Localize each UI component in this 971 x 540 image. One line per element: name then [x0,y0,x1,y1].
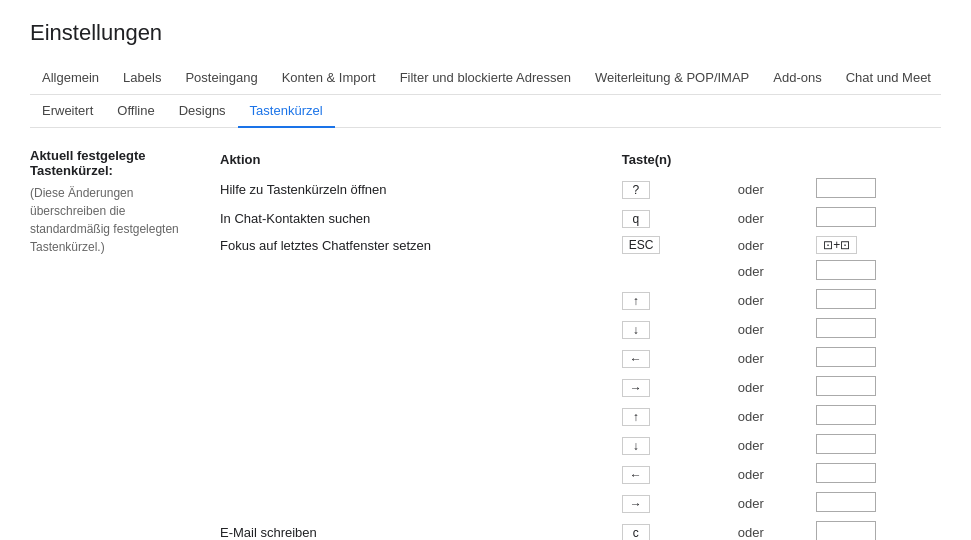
key-box-extra: ⊡+⊡ [816,236,857,254]
subtab-designs[interactable]: Designs [167,95,238,128]
or-cell: oder [732,286,816,315]
or-cell: oder [732,344,816,373]
table-row: ↓ oder [220,431,941,460]
or-cell: oder [732,233,816,257]
key-cell [622,257,732,286]
main-nav: Allgemein Labels Posteingang Konten & Im… [30,62,941,95]
or-cell: oder [732,315,816,344]
key-box: ← [622,466,650,484]
action-cell: Fokus auf letztes Chatfenster setzen [220,233,622,257]
input-cell [816,373,941,402]
shortcut-input[interactable] [816,178,876,198]
table-row: ↑ oder [220,402,941,431]
or-label: oder [732,264,770,279]
tab-weiterleitung[interactable]: Weiterleitung & POP/IMAP [583,62,761,95]
input-cell [816,518,941,540]
page-title: Einstellungen [30,20,941,46]
content-area: Aktuell festgelegte Tastenkürzel: (Diese… [30,148,941,540]
shortcut-input[interactable] [816,260,876,280]
extra-key-cell: ⊡+⊡ [816,233,941,257]
table-row: ← oder [220,344,941,373]
shortcut-input[interactable] [816,376,876,396]
or-cell: oder [732,257,816,286]
shortcut-input[interactable] [816,289,876,309]
key-cell: → [622,489,732,518]
or-cell: oder [732,175,816,204]
input-cell [816,489,941,518]
action-cell: E-Mail schreiben [220,518,622,540]
key-box: ↓ [622,437,650,455]
shortcut-input[interactable] [816,492,876,512]
or-label: oder [732,409,770,424]
input-cell [816,286,941,315]
shortcut-input[interactable] [816,207,876,227]
table-row: oder [220,257,941,286]
shortcut-input[interactable] [816,463,876,483]
table-row: Fokus auf letztes Chatfenster setzen ESC… [220,233,941,257]
key-cell: ↓ [622,431,732,460]
shortcut-input[interactable] [816,318,876,338]
action-cell [220,431,622,460]
or-cell: oder [732,489,816,518]
table-row: → oder [220,489,941,518]
shortcut-input[interactable] [816,434,876,454]
shortcut-input[interactable] [816,405,876,425]
action-cell [220,373,622,402]
action-cell [220,489,622,518]
tab-filter[interactable]: Filter und blockierte Adressen [388,62,583,95]
table-row: E-Mail schreiben c oder [220,518,941,540]
action-cell: Hilfe zu Tastenkürzeln öffnen [220,175,622,204]
sub-nav: Erweitert Offline Designs Tastenkürzel [30,95,941,128]
header-action: Aktion [220,148,622,175]
tab-allgemein[interactable]: Allgemein [30,62,111,95]
key-cell: ↓ [622,315,732,344]
key-cell: ESC [622,233,732,257]
or-label: oder [732,525,770,540]
tab-chat[interactable]: Chat und Meet [834,62,943,95]
subtab-offline[interactable]: Offline [105,95,166,128]
or-label: oder [732,322,770,337]
sidebar-description: (Diese Änderungen überschreiben die stan… [30,184,190,256]
or-label: oder [732,182,770,197]
shortcut-input[interactable] [816,521,876,540]
or-cell: oder [732,373,816,402]
key-box: → [622,495,650,513]
action-cell: In Chat-Kontakten suchen [220,204,622,233]
input-cell [816,315,941,344]
shortcuts-table: Aktion Taste(n) Hilfe zu Tastenkürzeln ö… [220,148,941,540]
sidebar: Aktuell festgelegte Tastenkürzel: (Diese… [30,148,190,540]
header-keys: Taste(n) [622,148,941,175]
key-cell: → [622,373,732,402]
or-cell: oder [732,460,816,489]
table-row: ↑ oder [220,286,941,315]
input-cell [816,402,941,431]
key-box: q [622,210,650,228]
or-label: oder [732,211,770,226]
or-label: oder [732,496,770,511]
table-row: Hilfe zu Tastenkürzeln öffnen ? oder [220,175,941,204]
tab-labels[interactable]: Labels [111,62,173,95]
subtab-tastenkuerzel[interactable]: Tastenkürzel [238,95,335,128]
input-cell [816,344,941,373]
tab-konten[interactable]: Konten & Import [270,62,388,95]
or-label: oder [732,238,770,253]
table-row: In Chat-Kontakten suchen q oder [220,204,941,233]
tab-posteingang[interactable]: Posteingang [173,62,269,95]
or-cell: oder [732,518,816,540]
key-cell: ? [622,175,732,204]
key-cell: ↑ [622,402,732,431]
input-cell [816,175,941,204]
or-label: oder [732,467,770,482]
key-cell: ← [622,460,732,489]
action-cell [220,315,622,344]
or-label: oder [732,438,770,453]
table-row: ← oder [220,460,941,489]
or-label: oder [732,380,770,395]
key-box: ← [622,350,650,368]
or-cell: oder [732,431,816,460]
table-row: → oder [220,373,941,402]
tab-addons[interactable]: Add-ons [761,62,833,95]
key-cell: q [622,204,732,233]
subtab-erweitert[interactable]: Erweitert [30,95,105,128]
shortcut-input[interactable] [816,347,876,367]
